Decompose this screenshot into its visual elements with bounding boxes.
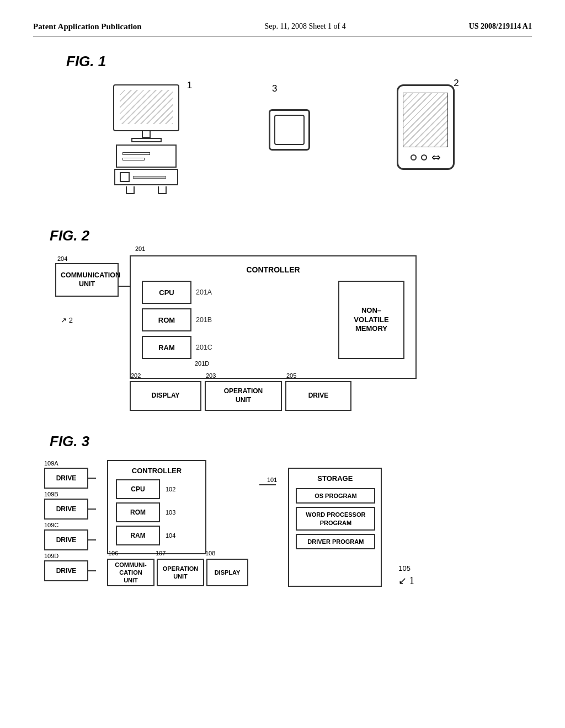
fig3-arrow-line	[259, 484, 276, 485]
fig3-conn109b	[88, 508, 96, 510]
fig1-desktop-computer: 1	[110, 84, 182, 194]
fig3-ram-label: RAM	[130, 532, 145, 539]
fig1-printer-icon	[120, 172, 130, 182]
fig2-title: FIG. 2	[50, 227, 532, 244]
fig3-drive109c-label: DRIVE	[56, 536, 77, 544]
fig2-controller: CONTROLLER CPU 201A	[130, 255, 417, 379]
fig2-connector-line	[119, 286, 130, 287]
fig2-ref204: 204	[57, 255, 119, 262]
fig3-rom-box: ROM	[116, 502, 160, 522]
fig2-bottom-section: 202 DISPLAY 203 OPERATION UNIT 205	[130, 381, 417, 411]
fig3-controller-title: CONTROLLER	[116, 467, 198, 475]
fig3-drive109c: DRIVE	[44, 529, 88, 550]
fig3-drive109b-label: DRIVE	[56, 505, 77, 513]
fig2-comm-unit: COMMUNICATION UNIT	[55, 263, 119, 297]
fig2-ref205: 205	[286, 372, 296, 379]
fig3-drive109d-row: DRIVE	[44, 560, 96, 581]
fig2-section: FIG. 2 204 COMMUNICATION UNIT ↗ 2 201	[33, 227, 532, 411]
fig1-label2: 2	[454, 78, 459, 89]
fig3-conn109a	[88, 478, 96, 479]
fig3-driver-label: DRIVER PROGRAM	[307, 538, 364, 545]
fig3-driver-box: DRIVER PROGRAM	[296, 534, 375, 549]
fig1-disc-wrap: 3	[269, 95, 310, 151]
fig2-display-label: DISPLAY	[152, 392, 180, 400]
fig3-title: FIG. 3	[50, 433, 532, 450]
fig3-oper-wrap: 107 OPERATIONUNIT	[154, 559, 204, 586]
fig1-base	[131, 138, 162, 142]
fig2-cpu-rom-ram: CPU 201A ROM 201B	[142, 281, 212, 367]
fig3-ref109d: 109D	[44, 553, 58, 559]
fig2-nvm: NON–VOLATILEMEMORY	[338, 281, 404, 359]
fig3-mid-connector: 101	[259, 460, 277, 587]
fig2-left-col: 204 COMMUNICATION UNIT ↗ 2	[55, 255, 119, 297]
fig3-ref108: 108	[205, 550, 215, 556]
fig2-ref201: 201	[135, 245, 145, 252]
fig1-legs	[114, 186, 178, 194]
page: Patent Application Publication Sep. 11, …	[0, 0, 565, 728]
fig1-disk1	[122, 152, 150, 155]
fig2-ram-row: RAM 201C	[142, 336, 212, 359]
fig2-ref2: 2	[69, 316, 73, 324]
fig3-drive109a: DRIVE	[44, 468, 88, 489]
fig3-ref1: 1	[409, 575, 414, 586]
fig1-printer	[114, 169, 178, 185]
fig3-os-label: OS PROGRAM	[315, 493, 356, 499]
fig1-screen	[120, 90, 173, 124]
fig1-monitor	[113, 84, 179, 131]
fig3-ref104: 104	[166, 532, 175, 539]
fig3-ram-wrap: RAM 104	[116, 526, 198, 545]
fig3-drive109c-wrap: 109C DRIVE	[44, 529, 96, 556]
fig3-ctrl-blocks: CPU 102 ROM 103	[116, 479, 198, 545]
fig3-drive109a-label: DRIVE	[56, 474, 77, 482]
fig1-disc-inner	[274, 115, 305, 145]
fig3-drive109d-wrap: 109D DRIVE	[44, 560, 96, 587]
fig3-arrow-wrap	[259, 484, 277, 485]
fig2-comm-unit-label: COMMUNICATION UNIT	[61, 271, 120, 288]
fig2-drive-box: DRIVE	[285, 381, 351, 411]
fig3-ref107: 107	[156, 550, 166, 556]
fig3-rom-row: ROM 103	[116, 502, 198, 522]
fig3-comm-wrap: 106 COMMUNI­CATIONUNIT	[107, 559, 154, 586]
fig1-handheld-controls: ⇔	[411, 152, 441, 163]
fig2-ref203: 203	[206, 372, 216, 379]
fig3-comm-box: COMMUNI­CATIONUNIT	[107, 559, 154, 586]
fig1-handheld: ⇔	[397, 84, 455, 170]
page-header: Patent Application Publication Sep. 11, …	[33, 22, 532, 36]
fig1-diagram: 1	[67, 79, 498, 205]
fig2-main-section: 201 CONTROLLER CPU 201A	[130, 255, 417, 411]
header-right: US 2008/219114 A1	[469, 22, 532, 31]
fig1-leg-right	[158, 186, 167, 194]
fig3-rom-label: ROM	[130, 508, 146, 516]
fig2-rom-label: ROM	[158, 316, 175, 324]
fig1-label1: 1	[187, 80, 192, 91]
fig3-bottom-labels: 105 ↙ 1	[398, 564, 414, 587]
fig1-disk2	[122, 158, 145, 160]
header-left: Patent Application Publication	[33, 22, 142, 31]
fig3-drive109b-row: DRIVE	[44, 499, 96, 520]
fig1-cpu-unit	[116, 144, 177, 168]
fig1-btn1	[411, 154, 417, 160]
fig3-arrow-ref1: ↙ 1	[398, 575, 414, 587]
fig3-cpu-label: CPU	[131, 485, 145, 493]
fig3-conn109d	[88, 570, 96, 571]
fig3-storage-title: STORAGE	[296, 474, 374, 483]
fig2-nvm-label: NON–VOLATILEMEMORY	[354, 306, 388, 334]
fig2-operation-wrap: 203 OPERATION UNIT	[205, 381, 282, 411]
fig2-nvm-wrap: NON–VOLATILEMEMORY	[322, 281, 404, 367]
fig2-controller-inner: CPU 201A ROM 201B	[142, 281, 404, 367]
fig3-ref103: 103	[166, 509, 175, 516]
fig3-ref109a: 109A	[44, 460, 58, 467]
fig3-ram-row: RAM 104	[116, 526, 198, 545]
fig2-diagram: 204 COMMUNICATION UNIT ↗ 2 201 CONTROLLE…	[55, 255, 532, 411]
fig2-cpu-row: CPU 201A	[142, 281, 212, 304]
fig2-drive-label: DRIVE	[308, 392, 329, 400]
fig3-drive109b-wrap: 109B DRIVE	[44, 499, 96, 525]
fig2-arrow-label2: ↗ 2	[61, 316, 73, 324]
fig3-wordproc-box: WORD PROCESSORPROGRAM	[296, 507, 375, 531]
fig3-ref109b: 109B	[44, 491, 58, 497]
fig2-controller-title: CONTROLLER	[142, 265, 404, 274]
fig2-ref202: 202	[131, 372, 141, 379]
fig2-cpu-label: CPU	[159, 288, 174, 297]
fig2-drive-wrap: 205 DRIVE	[285, 381, 351, 411]
fig3-ref101: 101	[267, 477, 277, 483]
